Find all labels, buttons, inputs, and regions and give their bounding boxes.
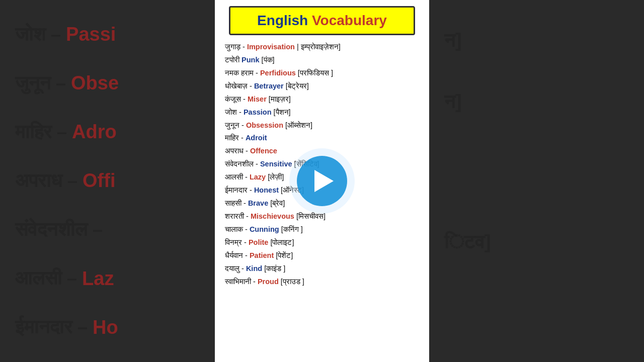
- vocab-dash-5: -: [237, 108, 244, 116]
- left-dash-6: –: [67, 268, 77, 289]
- vocab-english-9: Sensitive: [260, 160, 292, 168]
- vocab-hindi-15: विनम्र: [225, 238, 242, 246]
- left-background-panel: जोश – Passi जुनून – Obse माहिर – Adro अप…: [0, 0, 215, 362]
- vocab-english-18: Proud: [258, 278, 279, 286]
- left-english-6: Laz: [82, 268, 114, 290]
- vocab-dash-17: -: [239, 264, 246, 273]
- vocab-item: जुगाड़ - Improvisation | इम्प्रोवाइज़ेशन…: [225, 41, 419, 53]
- left-content: जोश – Passi जुनून – Obse माहिर – Adro अप…: [0, 0, 215, 362]
- vocab-hindi-9: संवेदनशील: [225, 160, 254, 168]
- left-english-3: Adro: [72, 121, 117, 143]
- vocab-hindi-7: माहिर: [225, 134, 239, 142]
- vocab-bracket-12: [ब्रेव]: [268, 199, 285, 207]
- left-hindi-3: माहिर: [15, 121, 52, 143]
- left-english-7: Ho: [93, 317, 118, 338]
- vocab-dash-16: -: [243, 251, 250, 259]
- left-english-4: Offi: [83, 170, 115, 192]
- left-item-4: अपराध – Offi: [15, 170, 200, 192]
- vocab-english-8: Offence: [250, 147, 277, 155]
- left-dash-5: –: [93, 219, 103, 240]
- vocab-hindi-6: जुनून: [225, 121, 239, 129]
- vocab-item: चालाक - Cunning [कनिंग ]: [225, 224, 419, 236]
- left-dash-7: –: [77, 317, 88, 338]
- vocab-hindi-5: जोश: [225, 108, 237, 116]
- vocab-hindi-0: जुगाड़: [225, 43, 240, 51]
- left-hindi-5: संवेदनशील: [15, 219, 88, 241]
- vocab-item: विनम्र - Polite [पोलाइट]: [225, 237, 419, 249]
- vocab-english-2: Perfidious: [260, 69, 296, 77]
- vocab-hindi-4: कंजूस: [225, 95, 241, 103]
- left-hindi-2: जुनून: [15, 72, 51, 95]
- vocab-dash-6: -: [239, 121, 246, 129]
- vocab-item: कंजूस - Miser [माइज़र]: [225, 94, 419, 106]
- right-item-5: िटव]: [444, 231, 629, 253]
- vocab-dash-14: -: [243, 225, 250, 233]
- vocab-hindi-8: अपराध: [225, 147, 244, 155]
- vocab-bracket-4: [माइज़र]: [267, 95, 291, 103]
- vocab-hindi-11: ईमानदार: [225, 186, 248, 194]
- vocab-bracket-2: [परफिडियस ]: [296, 69, 333, 77]
- vocab-bracket-6: [ऑब्सेशन]: [283, 121, 312, 129]
- left-item-7: ईमानदार – Ho: [15, 316, 200, 338]
- play-icon: [314, 170, 334, 192]
- vocab-hindi-2: नमक हराम: [225, 69, 254, 77]
- right-text-5: िटव]: [444, 231, 491, 253]
- vocab-dash-18: -: [251, 278, 258, 286]
- vocab-english-10: Lazy: [250, 173, 266, 181]
- vocab-dash-12: -: [242, 199, 248, 207]
- vocab-dash-13: -: [244, 212, 251, 220]
- vocab-hindi-1: टपोरी: [225, 56, 239, 64]
- vocab-dash-2: -: [254, 69, 260, 77]
- vocab-english-0: Improvisation: [247, 43, 295, 51]
- vocab-english-4: Miser: [248, 95, 267, 103]
- vocab-hindi-10: आलसी: [225, 173, 243, 181]
- vocab-bracket-13: [मिसचीवस]: [294, 212, 326, 220]
- vocab-english-17: Kind: [246, 264, 262, 273]
- vocab-bracket-10: [लेज़ी]: [266, 173, 284, 181]
- play-button[interactable]: [297, 156, 347, 206]
- vocab-dash-7: -: [239, 134, 246, 142]
- vocab-item: नमक हराम - Perfidious [परफिडियस ]: [225, 67, 419, 79]
- vocab-bracket-15: [पोलाइट]: [268, 238, 294, 246]
- left-hindi-1: जोश: [15, 24, 46, 46]
- title-english: English: [257, 13, 308, 28]
- vocab-hindi-16: धैर्यवान: [225, 251, 243, 259]
- vocab-bracket-5: [पैशन]: [272, 108, 291, 116]
- vocab-english-12: Brave: [248, 199, 268, 207]
- vocab-english-11: Honest: [254, 186, 279, 194]
- vocab-item: जुनून - Obsession [ऑब्सेशन]: [225, 120, 419, 132]
- left-dash-2: –: [56, 73, 66, 94]
- vocab-hindi-12: साहसी: [225, 199, 242, 207]
- title-box: English Vocabulary: [229, 6, 415, 35]
- vocab-bracket-16: [पेशेंट]: [274, 251, 293, 259]
- left-english-1: Passi: [66, 24, 116, 45]
- left-item-3: माहिर – Adro: [15, 121, 200, 143]
- right-background-panel: न] न] िटव]: [429, 0, 644, 362]
- vocab-hindi-17: दयालु: [225, 264, 239, 273]
- vocab-bracket-14: [कनिंग ]: [279, 225, 303, 233]
- left-item-1: जोश – Passi: [15, 24, 200, 46]
- left-item-5: संवेदनशील –: [15, 219, 200, 241]
- vocab-dash-0: -: [240, 43, 247, 51]
- vocab-english-6: Obsession: [246, 121, 283, 129]
- vocab-dash-9: -: [254, 160, 260, 168]
- left-hindi-4: अपराध: [15, 170, 62, 192]
- right-item-1: न]: [444, 30, 629, 52]
- vocab-english-5: Passion: [244, 108, 272, 116]
- vocab-dash-4: -: [241, 95, 248, 103]
- left-dash-4: –: [67, 170, 77, 192]
- center-panel: English Vocabulary जुगाड़ - Improvisatio…: [215, 0, 429, 362]
- vocab-bracket-17: [काइंड ]: [262, 264, 285, 273]
- vocab-hindi-3: धोखेबाज़: [225, 82, 248, 90]
- vocab-hindi-18: स्वाभिमानी: [225, 278, 251, 286]
- vocab-english-15: Polite: [249, 238, 268, 246]
- vocab-english-14: Cunning: [250, 225, 279, 233]
- vocab-english-1: Punk: [242, 56, 259, 64]
- right-item-2: न]: [444, 91, 629, 113]
- vocab-english-7: Adroit: [246, 134, 267, 142]
- left-dash-1: –: [51, 24, 61, 45]
- vocab-dash-3: -: [248, 82, 254, 90]
- vocab-item: स्वाभिमानी - Proud [प्राउड ]: [225, 276, 419, 288]
- vocab-dash-11: -: [248, 186, 254, 194]
- left-english-2: Obse: [71, 72, 119, 94]
